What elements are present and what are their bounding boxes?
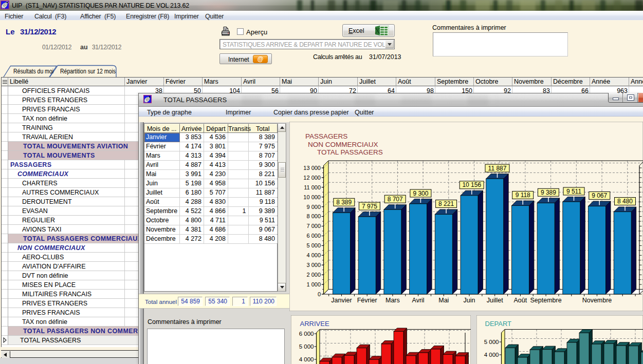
svg-text:10 156: 10 156 (462, 181, 481, 188)
svg-text:9 511: 9 511 (566, 188, 581, 195)
svg-text:12 000: 12 000 (303, 175, 321, 181)
svg-text:0: 0 (318, 291, 321, 297)
svg-text:ARRIVEE: ARRIVEE (300, 320, 329, 328)
svg-text:9 389: 9 389 (541, 189, 556, 196)
svg-text:11 887: 11 887 (488, 165, 507, 172)
svg-text:9 118: 9 118 (516, 191, 530, 199)
svg-text:13 000: 13 000 (303, 165, 321, 171)
svg-text:9 300: 9 300 (413, 190, 428, 197)
svg-text:TOTAL PASSAGERS: TOTAL PASSAGERS (317, 148, 383, 156)
svg-text:5 000: 5 000 (484, 339, 499, 345)
svg-text:2 000: 2 000 (306, 272, 321, 278)
svg-text:1 000: 1 000 (306, 281, 321, 288)
svg-text:NON COMMERCIAUX: NON COMMERCIAUX (308, 141, 378, 148)
svg-text:8 221: 8 221 (438, 200, 454, 207)
svg-text:Mai: Mai (438, 297, 449, 304)
svg-text:8 707: 8 707 (388, 196, 403, 203)
svg-text:4 000: 4 000 (484, 352, 499, 358)
svg-text:Janvier: Janvier (331, 297, 352, 304)
svg-text:Septembre: Septembre (530, 297, 562, 304)
svg-text:Mars: Mars (385, 297, 400, 304)
svg-text:Novembre: Novembre (582, 297, 612, 304)
svg-text:10 000: 10 000 (303, 194, 321, 200)
svg-text:4 000: 4 000 (299, 356, 314, 362)
svg-text:Résultats du moi: Résultats du moi (13, 67, 53, 75)
svg-text:PASSAGERS: PASSAGERS (305, 132, 347, 140)
svg-text:11 000: 11 000 (304, 184, 321, 190)
svg-text:DEPART: DEPART (485, 320, 512, 328)
svg-text:Juillet: Juillet (487, 297, 503, 304)
svg-text:9 067: 9 067 (592, 192, 607, 199)
svg-text:X: X (375, 27, 380, 35)
svg-text:9 000: 9 000 (306, 204, 321, 210)
svg-text:Février: Février (357, 297, 377, 304)
svg-text:6 000: 6 000 (306, 233, 321, 239)
svg-text:5 000: 5 000 (299, 343, 314, 350)
svg-text:Répartition sur 12 mois: Répartition sur 12 mois (60, 67, 116, 75)
svg-text:Juin: Juin (464, 297, 475, 304)
svg-text:6 000: 6 000 (299, 331, 314, 337)
svg-text:4 000: 4 000 (306, 252, 321, 258)
svg-text:7 000: 7 000 (306, 223, 321, 229)
svg-text:8 480: 8 480 (617, 198, 633, 205)
svg-text:Avril: Avril (412, 297, 425, 304)
svg-text:3 000: 3 000 (306, 262, 321, 268)
svg-text:Août: Août (514, 297, 527, 304)
svg-text:8 389: 8 389 (336, 199, 352, 206)
svg-text:7 975: 7 975 (362, 203, 377, 210)
svg-text:5 000: 5 000 (306, 242, 321, 248)
svg-text:8 000: 8 000 (306, 213, 321, 219)
